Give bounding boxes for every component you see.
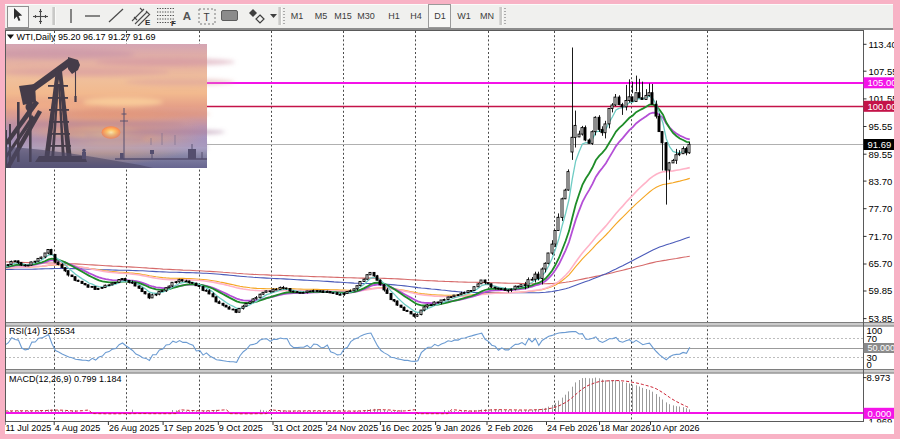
svg-text:MACD(12,26,9) 0.799 1.184: MACD(12,26,9) 0.799 1.184 [9, 374, 122, 384]
svg-text:16 Dec 2025: 16 Dec 2025 [381, 423, 432, 433]
svg-text:65.70: 65.70 [869, 258, 893, 269]
svg-text:105.00: 105.00 [868, 77, 895, 88]
svg-text:100.00: 100.00 [868, 101, 895, 112]
svg-text:24 Feb 2026: 24 Feb 2026 [547, 423, 598, 433]
svg-text:0: 0 [867, 359, 872, 370]
svg-text:24 Nov 2025: 24 Nov 2025 [327, 423, 378, 433]
svg-text:71.70: 71.70 [869, 231, 893, 242]
svg-text:WTI,Daily 95.20 96.17 91.27 9: WTI,Daily 95.20 96.17 91.27 91.69 [17, 32, 156, 42]
svg-text:8.973: 8.973 [867, 372, 891, 383]
svg-text:31 Oct 2025: 31 Oct 2025 [274, 423, 323, 433]
svg-text:89.55: 89.55 [869, 149, 893, 160]
svg-text:18 Mar 2026: 18 Mar 2026 [600, 423, 651, 433]
svg-text:59.85: 59.85 [869, 285, 893, 296]
svg-text:9 Jan 2026: 9 Jan 2026 [436, 423, 481, 433]
svg-text:17 Sep 2025: 17 Sep 2025 [164, 423, 215, 433]
svg-text:10 Apr 2026: 10 Apr 2026 [651, 423, 700, 433]
svg-text:77.70: 77.70 [869, 203, 893, 214]
svg-text:53.85: 53.85 [869, 313, 893, 324]
svg-text:2 Feb 2026: 2 Feb 2026 [488, 423, 534, 433]
svg-text:26 Aug 2025: 26 Aug 2025 [109, 423, 160, 433]
svg-text:T: T [204, 12, 210, 23]
svg-text:RSI(14) 51.5534: RSI(14) 51.5534 [9, 326, 75, 336]
svg-text:9 Oct 2025: 9 Oct 2025 [219, 423, 263, 433]
svg-text:91.69: 91.69 [868, 139, 892, 150]
svg-text:0.000: 0.000 [868, 408, 892, 419]
svg-text:83.70: 83.70 [869, 176, 893, 187]
svg-text:F: F [171, 19, 176, 26]
svg-text:11 Jul 2025: 11 Jul 2025 [6, 423, 52, 433]
svg-text:95.55: 95.55 [869, 121, 893, 132]
svg-text:113.40: 113.40 [869, 39, 895, 50]
svg-text:50.0000: 50.0000 [868, 343, 895, 353]
svg-text:4 Aug 2025: 4 Aug 2025 [55, 423, 101, 433]
svg-text:70: 70 [867, 333, 878, 344]
svg-text:107.55: 107.55 [869, 66, 895, 77]
svg-text:E: E [145, 18, 151, 26]
